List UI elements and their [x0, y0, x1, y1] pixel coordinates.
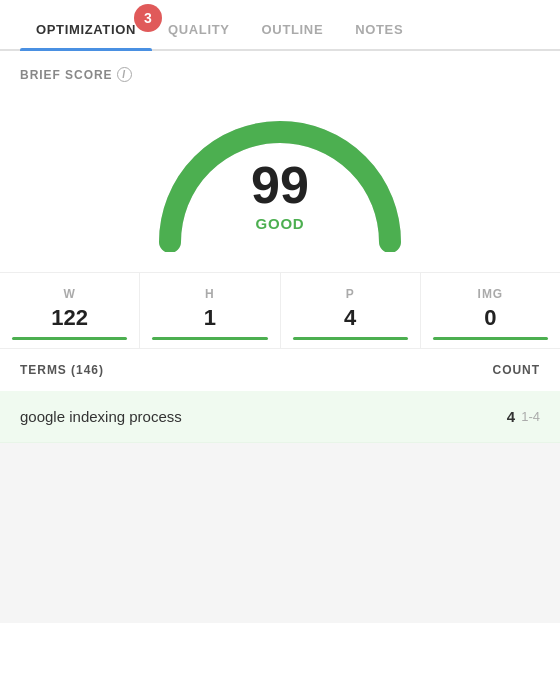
tab-bar: OPTIMIZATION 3 QUALITY OUTLINE NOTES [0, 10, 560, 51]
stat-h-header: H [140, 287, 279, 301]
stat-w-bar [12, 337, 127, 340]
stat-img-header: IMG [421, 287, 560, 301]
term-count-cell: 4 1-4 [440, 394, 560, 439]
term-count-range: 1-4 [521, 409, 540, 424]
stat-h-bar [152, 337, 267, 340]
term-text-cell: google indexing process [0, 394, 440, 440]
stat-w: W 122 [0, 273, 140, 348]
stat-w-value: 122 [0, 305, 139, 331]
stat-img: IMG 0 [421, 273, 560, 348]
tab-notes[interactable]: NOTES [339, 10, 419, 49]
stat-p: P 4 [281, 273, 421, 348]
stat-h: H 1 [140, 273, 280, 348]
stat-p-header: P [281, 287, 420, 301]
stat-img-bar [433, 337, 548, 340]
brief-score-section: BRIEF SCORE i 99 GOOD [0, 51, 560, 252]
brief-score-label: BRIEF SCORE i [20, 67, 540, 82]
term-text: google indexing process [20, 408, 182, 425]
term-count-value: 4 [507, 408, 515, 425]
stats-row: W 122 H 1 P 4 IMG 0 [0, 272, 560, 348]
info-icon[interactable]: i [117, 67, 132, 82]
stat-p-bar [293, 337, 408, 340]
stat-p-value: 4 [281, 305, 420, 331]
gauge-status: GOOD [251, 215, 309, 232]
stat-h-value: 1 [140, 305, 279, 331]
count-label: COUNT [493, 363, 540, 377]
gauge-score: 99 [251, 159, 309, 211]
terms-label: TERMS (146) [20, 363, 104, 377]
gauge-center: 99 GOOD [251, 159, 309, 232]
bottom-area [0, 443, 560, 623]
stat-w-header: W [0, 287, 139, 301]
term-row[interactable]: google indexing process 4 1-4 [0, 391, 560, 443]
tab-optimization[interactable]: OPTIMIZATION [20, 10, 152, 49]
tab-optimization-wrapper: OPTIMIZATION 3 [20, 10, 152, 49]
stat-img-value: 0 [421, 305, 560, 331]
gauge-container: 99 GOOD [20, 92, 540, 252]
tab-quality[interactable]: QUALITY [152, 10, 246, 49]
terms-header: TERMS (146) COUNT [0, 348, 560, 391]
tab-outline[interactable]: OUTLINE [246, 10, 340, 49]
